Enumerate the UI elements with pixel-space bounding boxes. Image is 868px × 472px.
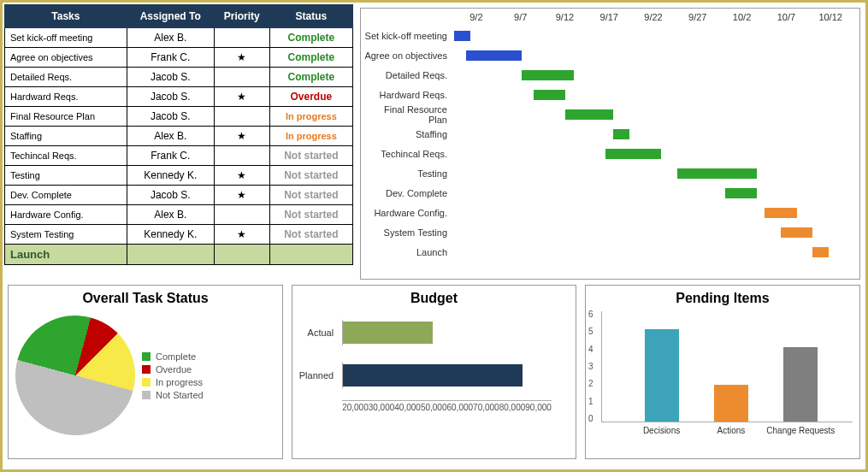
table-row[interactable]: Detailed Reqs.Jacob S.Complete xyxy=(5,68,353,87)
pending-panel: Pending Items 6543210 DecisionsActionsCh… xyxy=(585,285,860,459)
pending-label: Actions xyxy=(696,426,765,435)
legend-swatch-icon xyxy=(142,378,151,386)
empty-cell xyxy=(127,245,214,265)
assignee: Kennedy K. xyxy=(127,225,214,245)
table-header: Status xyxy=(269,5,352,28)
gantt-track xyxy=(454,50,853,62)
task-name: Agree on objectives xyxy=(5,48,127,68)
gantt-bar xyxy=(605,149,661,159)
gantt-date: 10/2 xyxy=(720,12,765,22)
assignee: Jacob S. xyxy=(127,107,214,127)
gantt-chart: 9/29/79/129/179/229/2710/210/710/12 Set … xyxy=(360,8,860,280)
assignee: Jacob S. xyxy=(127,87,214,107)
axis-tick: 70,000 xyxy=(473,403,499,412)
gantt-bar xyxy=(613,129,629,139)
status-badge: Overdue xyxy=(269,87,352,107)
priority-star-icon xyxy=(214,107,269,127)
task-name: System Testing xyxy=(5,225,127,245)
gantt-label: Staffing xyxy=(364,129,454,139)
status-badge: Complete xyxy=(269,68,352,87)
priority-star-icon: ★ xyxy=(214,48,269,68)
gantt-track xyxy=(454,69,853,81)
gantt-track xyxy=(454,148,853,160)
status-badge: Not started xyxy=(269,205,352,225)
gantt-track xyxy=(454,168,853,180)
yaxis-tick: 4 xyxy=(588,345,593,354)
table-row[interactable]: Set kick-off meetingAlex B.Complete xyxy=(5,28,353,48)
budget-chart: ActualPlanned20,00030,00040,00050,00060,… xyxy=(299,311,569,440)
axis-tick: 50,000 xyxy=(421,403,447,412)
axis-tick: 40,000 xyxy=(394,403,421,412)
pie-legend: CompleteOverdueIn progressNot Started xyxy=(142,349,204,403)
budget-label: Actual xyxy=(296,327,339,338)
legend-swatch-icon xyxy=(142,391,151,399)
status-badge: Complete xyxy=(269,48,352,68)
task-name: Hardward Reqs. xyxy=(5,87,127,107)
task-name: Final Resource Plan xyxy=(5,107,127,127)
gantt-bar xyxy=(765,208,796,218)
priority-star-icon: ★ xyxy=(214,166,269,186)
gantt-bar xyxy=(812,247,829,257)
pending-label: Change Requests xyxy=(766,426,836,435)
legend-item: Not Started xyxy=(142,390,204,400)
priority-star-icon: ★ xyxy=(214,186,269,205)
gantt-row: Techincal Reqs. xyxy=(364,144,853,163)
task-name: Dev. Complete xyxy=(5,186,127,205)
task-name: Techincal Reqs. xyxy=(5,146,127,166)
gantt-label: Hardward Reqs. xyxy=(364,90,454,100)
empty-cell xyxy=(214,245,269,265)
gantt-label: Agree on objectives xyxy=(364,50,454,61)
assignee: Alex B. xyxy=(127,127,214,146)
legend-item: Overdue xyxy=(142,364,204,375)
gantt-row: Agree on objectives xyxy=(364,45,853,65)
status-badge: Not started xyxy=(269,146,352,166)
table-row[interactable]: Hardware Config.Alex B.Not started xyxy=(5,205,353,225)
legend-label: Complete xyxy=(156,351,196,362)
table-row[interactable]: StaffingAlex B.★In progress xyxy=(5,127,353,146)
yaxis-tick: 2 xyxy=(588,379,593,388)
priority-star-icon xyxy=(214,28,269,48)
table-row[interactable]: Agree on objectivesFrank C.★Complete xyxy=(5,48,353,68)
gantt-track xyxy=(454,246,853,258)
task-name: Testing xyxy=(5,166,127,186)
gantt-bar xyxy=(522,70,574,80)
yaxis-tick: 0 xyxy=(588,414,593,423)
task-name: Set kick-off meeting xyxy=(5,28,127,48)
bar-rect xyxy=(714,385,748,422)
axis-tick: 30,000 xyxy=(369,403,395,412)
status-badge: Complete xyxy=(269,28,352,48)
budget-track xyxy=(342,363,552,388)
gantt-row: Hardware Config. xyxy=(364,203,853,222)
axis-tick: 60,000 xyxy=(447,403,474,412)
legend-label: In progress xyxy=(156,377,203,387)
budget-panel: Budget ActualPlanned20,00030,00040,00050… xyxy=(292,285,576,459)
table-row[interactable]: TestingKennedy K.★Not started xyxy=(5,166,353,186)
gantt-date: 9/7 xyxy=(499,12,543,22)
assignee: Jacob S. xyxy=(127,68,214,87)
status-badge: In progress xyxy=(269,107,352,127)
gantt-track xyxy=(454,227,853,239)
gantt-row: Detailed Reqs. xyxy=(364,65,853,85)
bar-rect xyxy=(645,329,679,422)
yaxis-tick: 3 xyxy=(588,362,593,371)
table-row[interactable]: Techincal Reqs.Frank C.Not started xyxy=(5,146,353,166)
gantt-row: Dev. Complete xyxy=(364,183,853,203)
pending-label: Decisions xyxy=(627,426,696,435)
pie-panel: Overall Task Status CompleteOverdueIn pr… xyxy=(8,285,283,459)
budget-axis: 20,00030,00040,00050,00060,00070,00080,0… xyxy=(342,400,552,412)
task-name: Staffing xyxy=(5,127,127,146)
launch-row[interactable]: Launch xyxy=(5,245,353,265)
gantt-date: 9/27 xyxy=(676,12,720,22)
status-badge: Not started xyxy=(269,186,352,205)
assignee: Jacob S. xyxy=(127,186,214,205)
assignee: Alex B. xyxy=(127,205,214,225)
table-row[interactable]: Hardward Reqs.Jacob S.★Overdue xyxy=(5,87,353,107)
table-row[interactable]: System TestingKennedy K.★Not started xyxy=(5,225,353,245)
priority-star-icon: ★ xyxy=(214,127,269,146)
table-row[interactable]: Final Resource PlanJacob S.In progress xyxy=(5,107,353,127)
table-row[interactable]: Dev. CompleteJacob S.★Not started xyxy=(5,186,353,205)
gantt-label: Detailed Reqs. xyxy=(364,70,454,80)
axis-tick: 20,000 xyxy=(342,403,369,412)
legend-label: Overdue xyxy=(156,364,192,375)
gantt-label: Launch xyxy=(364,247,454,257)
